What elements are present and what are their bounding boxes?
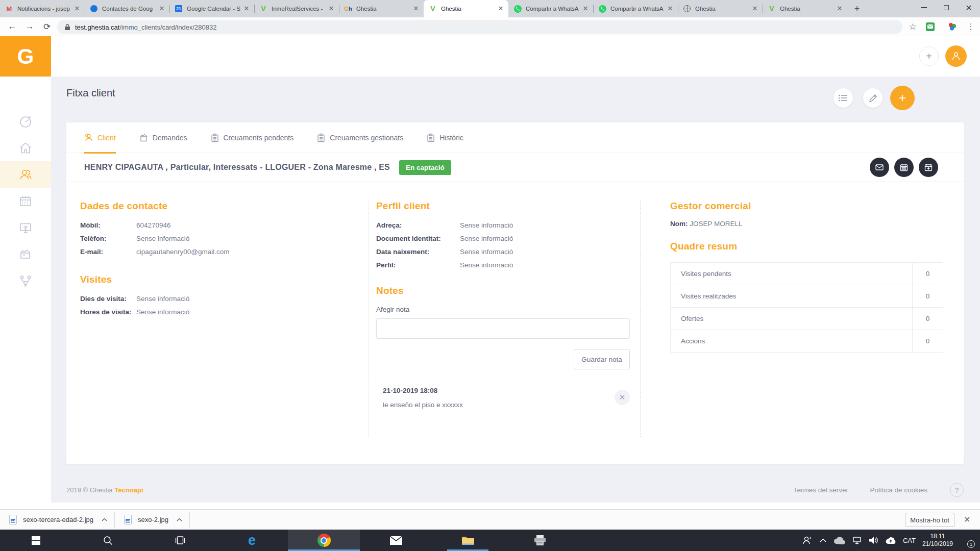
action-center-icon[interactable]: 1 xyxy=(960,535,973,546)
user-avatar[interactable] xyxy=(945,45,967,67)
client-header-row: HENRY CIPAGAUTA , Particular, Interessat… xyxy=(66,153,964,182)
sidebar-item-calendar[interactable] xyxy=(0,188,51,214)
window-close-button[interactable]: ✕ xyxy=(958,0,980,15)
start-button[interactable] xyxy=(0,530,72,551)
close-shelf-icon[interactable]: ✕ xyxy=(964,515,970,524)
taskbar-clock[interactable]: 18:11 21/10/2019 xyxy=(922,533,953,548)
chevron-up-icon[interactable] xyxy=(177,518,182,521)
sidebar-item-web[interactable] xyxy=(0,214,51,241)
chrome-menu-icon[interactable]: ⋮ xyxy=(964,19,978,34)
brand-link[interactable]: Tecnoapi xyxy=(115,486,143,494)
sidebar-item-network[interactable] xyxy=(0,267,51,294)
sidebar-item-home[interactable] xyxy=(0,135,51,161)
app-topbar: + xyxy=(51,36,980,77)
browser-tab[interactable]: 21 Google Calendar - S ✕ xyxy=(169,0,254,17)
tab-close-icon[interactable]: ✕ xyxy=(836,5,843,12)
tab-creuaments-gestionats[interactable]: Creuaments gestionats xyxy=(317,122,403,153)
tab-demandes[interactable]: Demandes xyxy=(139,122,187,153)
language-indicator[interactable]: CAT xyxy=(903,537,916,544)
save-note-button[interactable]: Guardar nota xyxy=(574,349,630,369)
mail-icon xyxy=(390,536,402,545)
clock-date: 21/10/2019 xyxy=(922,540,953,548)
extension-icon[interactable] xyxy=(945,19,960,34)
tab-close-icon[interactable]: ✕ xyxy=(667,5,674,12)
task-view-button[interactable] xyxy=(144,530,216,551)
new-tab-button[interactable]: + xyxy=(849,2,865,16)
task-view-icon xyxy=(175,536,185,544)
send-email-button[interactable] xyxy=(870,158,889,177)
taskbar-search-button[interactable] xyxy=(72,530,144,551)
client-tab-icon xyxy=(84,133,93,142)
sidebar-item-clients[interactable] xyxy=(0,161,51,188)
taskbar-edge-button[interactable]: e xyxy=(216,530,288,551)
ghestia-favicon-icon: V xyxy=(768,5,776,13)
envelope-icon xyxy=(875,163,884,172)
tab-close-icon[interactable]: ✕ xyxy=(328,5,335,12)
tab-client[interactable]: Client xyxy=(84,122,116,153)
bookmark-star-icon[interactable]: ☆ xyxy=(905,19,920,34)
browser-tab[interactable]: V Ghestia ✕ xyxy=(763,0,847,17)
tab-close-icon[interactable]: ✕ xyxy=(582,5,589,12)
window-minimize-button[interactable] xyxy=(913,0,935,15)
tab-close-icon[interactable]: ✕ xyxy=(243,5,250,12)
system-tray: CAT 18:11 21/10/2019 1 xyxy=(802,533,980,548)
edit-button[interactable] xyxy=(863,88,883,108)
browser-tab[interactable]: 👤 Contactes de Goog ✕ xyxy=(85,0,169,17)
calendar-button[interactable] xyxy=(894,158,914,177)
clipboard-icon xyxy=(317,133,325,142)
network-icon[interactable] xyxy=(852,536,862,544)
cookies-link[interactable]: Política de cookies xyxy=(870,486,927,494)
browser-tab[interactable]: Compartir a WhatsA ✕ xyxy=(593,0,678,17)
taskbar-mail-button[interactable] xyxy=(360,530,432,551)
tab-close-icon[interactable]: ✕ xyxy=(412,5,420,12)
tab-historic[interactable]: Històric xyxy=(427,122,463,153)
taskbar-chrome-button[interactable] xyxy=(288,530,360,551)
backup-cloud-icon[interactable] xyxy=(885,537,896,544)
clipboard-icon xyxy=(211,133,219,142)
mail-extension-icon[interactable] xyxy=(923,19,937,34)
people-icon[interactable] xyxy=(802,536,813,545)
volume-icon[interactable] xyxy=(869,536,878,544)
tab-close-icon[interactable]: ✕ xyxy=(751,5,758,12)
file-explorer-icon xyxy=(461,535,475,545)
browser-tab[interactable]: Gh Ghestia ✕ xyxy=(339,0,424,17)
terms-link[interactable]: Termes del servei xyxy=(794,486,848,494)
app-sidebar xyxy=(0,77,51,503)
sidebar-item-archive[interactable] xyxy=(0,241,51,267)
browser-tab[interactable]: Compartir a WhatsA ✕ xyxy=(508,0,593,17)
url-path: /immo_clients/card/index/280832 xyxy=(119,23,216,31)
add-event-button[interactable] xyxy=(919,158,938,177)
tab-close-icon[interactable]: ✕ xyxy=(74,5,81,12)
download-item[interactable]: sexo-tercera-edad-2.jpg xyxy=(0,510,114,530)
browser-tab[interactable]: V InmoRealServices - ✕ xyxy=(254,0,339,17)
tab-creuaments-pendents[interactable]: Creuaments pendents xyxy=(211,122,294,153)
tab-close-icon[interactable]: ✕ xyxy=(158,5,165,12)
download-item[interactable]: sexo-2.jpg xyxy=(115,510,189,530)
help-icon[interactable]: ? xyxy=(950,483,964,497)
browser-tab[interactable]: M Notificacions - josep ✕ xyxy=(0,0,85,17)
forward-button[interactable]: → xyxy=(22,19,37,34)
summary-table: Visites pendents0 Visites realitzades0 O… xyxy=(670,262,943,353)
sidebar-item-dashboard[interactable] xyxy=(0,108,51,135)
address-bar[interactable]: test.ghestia.cat/immo_clients/card/index… xyxy=(57,20,902,34)
ghestia-logo[interactable]: G xyxy=(0,36,51,77)
window-maximize-button[interactable] xyxy=(935,0,958,15)
taskbar-explorer-button[interactable] xyxy=(432,530,504,551)
note-input[interactable] xyxy=(376,318,630,339)
gmail-favicon-icon: M xyxy=(5,5,13,13)
show-all-downloads-button[interactable]: Mostra-ho tot xyxy=(905,513,954,527)
chevron-up-icon[interactable] xyxy=(102,518,107,521)
add-record-button[interactable]: + xyxy=(890,86,915,110)
browser-tab[interactable]: Ghestia ✕ xyxy=(678,0,763,17)
browser-tab-active[interactable]: V Ghestia ✕ xyxy=(424,0,508,17)
tab-close-icon[interactable]: ✕ xyxy=(497,5,504,12)
show-hidden-icons-chevron-icon[interactable] xyxy=(820,538,826,542)
back-button[interactable]: ← xyxy=(5,19,19,34)
delete-note-button[interactable]: ✕ xyxy=(615,390,630,405)
list-view-button[interactable] xyxy=(834,88,853,108)
taskbar-printer-button[interactable] xyxy=(504,530,576,551)
onedrive-icon[interactable] xyxy=(833,537,845,544)
add-button[interactable]: + xyxy=(919,46,939,66)
search-icon xyxy=(103,536,113,545)
reload-button[interactable]: ⟳ xyxy=(40,19,54,34)
